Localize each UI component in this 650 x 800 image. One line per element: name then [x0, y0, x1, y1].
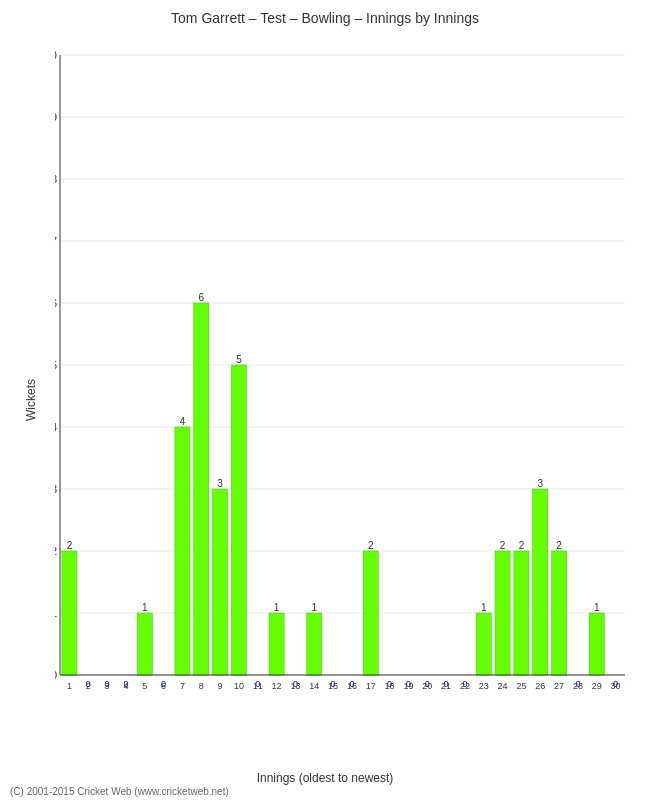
svg-text:30: 30	[611, 681, 621, 691]
svg-text:2: 2	[55, 545, 57, 557]
svg-text:6: 6	[55, 297, 57, 309]
svg-text:16: 16	[347, 681, 357, 691]
svg-text:27: 27	[554, 681, 564, 691]
svg-text:8: 8	[199, 681, 204, 691]
svg-text:5: 5	[142, 681, 147, 691]
svg-text:4: 4	[180, 416, 186, 427]
svg-rect-36	[175, 427, 190, 675]
svg-text:1: 1	[67, 681, 72, 691]
svg-rect-84	[533, 489, 548, 675]
svg-text:6: 6	[161, 681, 166, 691]
svg-text:4: 4	[123, 681, 128, 691]
svg-text:5: 5	[55, 359, 57, 371]
svg-text:29: 29	[592, 681, 602, 691]
svg-text:25: 25	[516, 681, 526, 691]
svg-text:3: 3	[105, 681, 110, 691]
svg-rect-75	[476, 613, 491, 675]
copyright: (C) 2001-2015 Cricket Web (www.cricketwe…	[10, 786, 229, 797]
svg-text:15: 15	[328, 681, 338, 691]
svg-text:2: 2	[86, 681, 91, 691]
svg-rect-81	[514, 551, 529, 675]
svg-rect-31	[137, 613, 152, 675]
svg-rect-45	[231, 365, 246, 675]
svg-text:2: 2	[500, 540, 506, 551]
svg-text:9: 9	[55, 111, 57, 123]
svg-rect-55	[307, 613, 322, 675]
svg-text:1: 1	[274, 602, 280, 613]
svg-text:11: 11	[253, 681, 263, 691]
svg-text:7: 7	[55, 235, 57, 247]
svg-text:6: 6	[198, 292, 204, 303]
chart-container: Tom Garrett – Test – Bowling – Innings b…	[0, 0, 650, 800]
svg-rect-22	[62, 551, 77, 675]
svg-text:24: 24	[498, 681, 508, 691]
svg-text:5: 5	[236, 354, 242, 365]
svg-text:3: 3	[537, 478, 543, 489]
svg-text:26: 26	[535, 681, 545, 691]
svg-text:2: 2	[519, 540, 525, 551]
svg-text:1: 1	[594, 602, 600, 613]
chart-title: Tom Garrett – Test – Bowling – Innings b…	[0, 0, 650, 31]
svg-text:10: 10	[234, 681, 244, 691]
svg-text:17: 17	[366, 681, 376, 691]
svg-text:0: 0	[55, 669, 57, 681]
svg-text:3: 3	[217, 478, 223, 489]
svg-text:10: 10	[55, 49, 57, 61]
svg-rect-87	[552, 551, 567, 675]
svg-rect-92	[589, 613, 604, 675]
x-axis-label: Innings (oldest to newest)	[257, 771, 394, 785]
svg-text:9: 9	[218, 681, 223, 691]
chart-area: 0123456789102102030415064768395100111120…	[55, 40, 635, 720]
svg-text:14: 14	[309, 681, 319, 691]
svg-text:2: 2	[556, 540, 562, 551]
svg-text:1: 1	[481, 602, 487, 613]
svg-text:7: 7	[180, 681, 185, 691]
svg-rect-62	[363, 551, 378, 675]
svg-text:13: 13	[290, 681, 300, 691]
chart-svg: 0123456789102102030415064768395100111120…	[55, 40, 635, 720]
svg-rect-50	[269, 613, 284, 675]
svg-text:1: 1	[55, 607, 57, 619]
svg-text:8: 8	[55, 173, 57, 185]
svg-text:28: 28	[573, 681, 583, 691]
svg-rect-42	[213, 489, 228, 675]
svg-text:19: 19	[403, 681, 413, 691]
svg-rect-78	[495, 551, 510, 675]
svg-text:22: 22	[460, 681, 470, 691]
svg-text:1: 1	[142, 602, 148, 613]
svg-text:23: 23	[479, 681, 489, 691]
svg-text:18: 18	[385, 681, 395, 691]
y-axis-label: Wickets	[24, 379, 38, 421]
svg-text:20: 20	[422, 681, 432, 691]
svg-text:3: 3	[55, 483, 57, 495]
svg-text:4: 4	[55, 421, 57, 433]
svg-rect-39	[194, 303, 209, 675]
svg-text:2: 2	[368, 540, 374, 551]
svg-text:2: 2	[67, 540, 73, 551]
svg-text:1: 1	[311, 602, 317, 613]
svg-text:21: 21	[441, 681, 451, 691]
svg-text:12: 12	[272, 681, 282, 691]
